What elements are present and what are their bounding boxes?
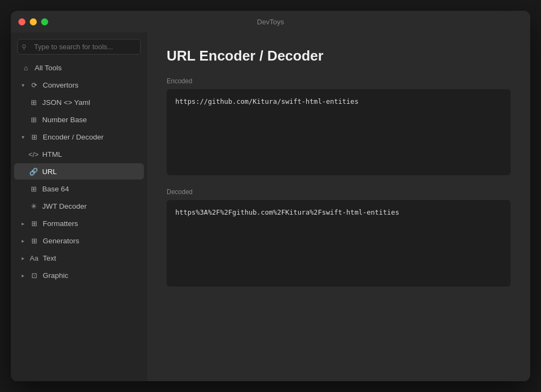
doc-icon: ⊞ <box>29 115 38 124</box>
sidebar-item-generators[interactable]: ▸ ⊞ Generators <box>14 232 144 249</box>
titlebar: DevToys <box>11 11 530 32</box>
doc-icon: ⊞ <box>29 184 38 193</box>
chevron-right-icon: ▸ <box>22 221 24 227</box>
doc-icon: ⊞ <box>29 98 38 107</box>
link-icon: 🔗 <box>29 167 38 176</box>
decoded-textarea[interactable] <box>167 200 511 286</box>
sidebar-item-label: Formatters <box>43 220 78 228</box>
decoded-section: Decoded <box>167 188 511 288</box>
chevron-down-icon: ▾ <box>22 82 24 88</box>
doc-icon: ⊞ <box>30 236 38 245</box>
sidebar-item-all-tools[interactable]: ⌂ All Tools <box>14 59 144 76</box>
chevron-right-icon: ▸ <box>22 255 24 261</box>
sidebar-item-label: Base 64 <box>42 185 69 193</box>
sidebar-item-label: Number Base <box>42 116 87 124</box>
sidebar-item-label: Graphic <box>43 271 68 280</box>
home-icon: ⌂ <box>22 63 30 72</box>
decoded-label: Decoded <box>167 188 511 196</box>
app-window: DevToys ⚲ ⌂ All Tools ▾ ⟳ Convertors <box>11 11 530 381</box>
sidebar-item-label: URL <box>42 168 57 176</box>
search-input[interactable] <box>17 39 141 55</box>
encoded-section: Encoded <box>167 77 511 177</box>
sidebar-item-convertors[interactable]: ▾ ⟳ Convertors <box>14 77 144 93</box>
sidebar-item-jwt[interactable]: ✳ JWT Decoder <box>14 198 144 214</box>
gear-icon: ✳ <box>29 202 38 210</box>
app-title: DevToys <box>257 18 284 26</box>
sidebar-item-encoder-decoder[interactable]: ▾ ⊞ Encoder / Decoder <box>14 129 144 145</box>
sidebar-item-html[interactable]: </> HTML <box>14 146 144 162</box>
sidebar-item-text[interactable]: ▸ Aa Text <box>14 250 144 266</box>
sidebar-item-url[interactable]: 🔗 URL <box>14 163 144 180</box>
page-title: URL Encoder / Decoder <box>167 48 511 64</box>
close-button[interactable] <box>18 18 25 25</box>
doc-icon: ⊞ <box>30 219 38 228</box>
main-content: URL Encoder / Decoder Encoded Decoded <box>147 32 530 381</box>
app-body: ⚲ ⌂ All Tools ▾ ⟳ Convertors ⊞ JSON <> Y… <box>11 32 530 381</box>
sidebar-item-label: JSON <> Yaml <box>42 98 90 107</box>
chevron-down-icon: ▾ <box>22 134 24 140</box>
sidebar-item-label: Convertors <box>43 81 78 89</box>
search-icon: ⚲ <box>22 43 27 51</box>
sidebar-item-label: JWT Decoder <box>42 202 87 210</box>
code-icon: </> <box>29 150 38 158</box>
sidebar-item-graphic[interactable]: ▸ ⊡ Graphic <box>14 267 144 283</box>
sidebar-item-label: Encoder / Decoder <box>43 133 104 141</box>
search-wrapper: ⚲ <box>17 39 141 55</box>
minimize-button[interactable] <box>30 18 37 25</box>
sidebar-item-label: HTML <box>42 150 62 158</box>
chevron-right-icon: ▸ <box>22 273 24 278</box>
chevron-right-icon: ▸ <box>22 238 24 244</box>
sidebar-item-json-yaml[interactable]: ⊞ JSON <> Yaml <box>14 94 144 110</box>
repeat-icon: ⟳ <box>30 81 38 89</box>
traffic-lights <box>18 18 48 25</box>
graphic-icon: ⊡ <box>30 271 38 280</box>
sidebar-item-formatters[interactable]: ▸ ⊞ Formatters <box>14 215 144 231</box>
sidebar-item-base64[interactable]: ⊞ Base 64 <box>14 181 144 197</box>
doc-icon: ⊞ <box>30 132 38 141</box>
encoded-textarea[interactable] <box>167 89 511 175</box>
text-icon: Aa <box>30 254 38 262</box>
maximize-button[interactable] <box>41 18 48 25</box>
sidebar-item-label: Generators <box>43 237 80 245</box>
sidebar-item-number-base[interactable]: ⊞ Number Base <box>14 111 144 128</box>
sidebar: ⚲ ⌂ All Tools ▾ ⟳ Convertors ⊞ JSON <> Y… <box>11 32 147 381</box>
encoded-label: Encoded <box>167 77 511 85</box>
sidebar-item-label: All Tools <box>35 64 62 72</box>
search-container: ⚲ <box>11 32 147 59</box>
sidebar-item-label: Text <box>43 254 56 262</box>
